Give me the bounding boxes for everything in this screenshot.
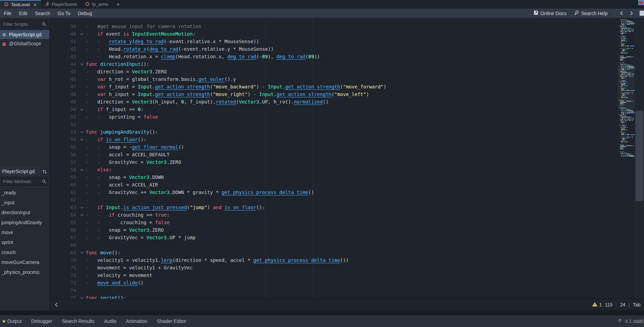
methods-panel-title[interactable]: PlayerScript.gd — [0, 167, 40, 176]
code-line[interactable]: 59»»snap = Vector3.DOWN — [50, 173, 644, 181]
code-view[interactable]: 39»#get mouse input for camera rotation4… — [50, 18, 644, 299]
tab-indent-marker: » — [86, 211, 97, 219]
sort-methods-button[interactable] — [40, 169, 49, 174]
method-item-directionInput[interactable]: directionInput — [0, 207, 49, 217]
code-line[interactable]: 64»»if crouching == true: — [50, 211, 644, 219]
script-item-PlayerScript.gd[interactable]: ⚙PlayerScript.gd — [0, 30, 49, 39]
code-line[interactable]: 63»if Input.is_action_just_pressed("jump… — [50, 204, 644, 211]
menu-debug[interactable]: Debug — [74, 11, 96, 16]
menu-search[interactable]: Search — [31, 11, 54, 16]
code-line[interactable]: 51»»sprinting = false — [50, 113, 644, 121]
history-back-button[interactable] — [618, 11, 625, 15]
fold-icon[interactable] — [78, 249, 86, 256]
code-line[interactable]: 46»var h_rot = global_transform.basis.ge… — [50, 75, 644, 83]
method-item-crouch[interactable]: crouch — [0, 247, 49, 257]
search-help-button[interactable]: Search Help — [571, 10, 610, 16]
history-forward-button[interactable] — [628, 11, 635, 15]
cursor-line[interactable]: 115 — [605, 302, 612, 307]
script-item-@GlobalScope[interactable]: ▦@GlobalScope — [0, 39, 49, 48]
code-line[interactable]: 60»»accel = ACCEL_AIR — [50, 181, 644, 189]
fold-icon[interactable] — [78, 128, 86, 136]
code-line[interactable]: 40»if event is InputEventMouseMotion: — [50, 30, 644, 38]
fold-gutter — [78, 241, 86, 249]
bottom-panel-search-results[interactable]: Search Results — [57, 318, 99, 324]
code-line[interactable]: 44func directionInput(): — [50, 60, 644, 68]
code-line[interactable]: 49»direction = Vector3(h_input, 0, f_inp… — [50, 98, 644, 106]
code-line[interactable]: 42»»Head.rotate_x(deg_to_rad(-event.rela… — [50, 45, 644, 53]
code-line[interactable]: 69func move(): — [50, 249, 644, 256]
bottom-panel-output[interactable]: Output — [2, 318, 26, 324]
code-line[interactable]: 71»movement = velocity1 + GravityVec — [50, 264, 644, 271]
code-line[interactable]: 39»#get mouse input for camera rotation — [50, 23, 644, 30]
tab-indent-marker: » — [86, 144, 97, 151]
tab-indent-marker: » — [86, 113, 97, 121]
fold-icon[interactable] — [78, 60, 86, 68]
fold-icon[interactable] — [78, 204, 86, 211]
code-line[interactable]: 57»»GravityVec = Vector3.ZERO — [50, 158, 644, 166]
close-icon[interactable]: × — [34, 2, 37, 7]
tab-indent-marker: » — [97, 46, 109, 53]
fold-icon[interactable] — [78, 166, 86, 173]
code-line[interactable]: 53func jumpingAndGravity(): — [50, 128, 644, 136]
fold-icon[interactable] — [78, 106, 86, 113]
scene-tab-fp_arms[interactable]: fp_arms — [81, 0, 112, 9]
menu-go-to[interactable]: Go To — [54, 11, 74, 16]
code-line[interactable]: 43»»Head.rotation.x = clamp(Head.rotatio… — [50, 53, 644, 60]
code-line[interactable]: 56»»accel = ACCEL_DEFAULT — [50, 151, 644, 158]
code-line[interactable]: 41»»rotate_y(deg_to_rad(-event.relative.… — [50, 38, 644, 45]
bottom-panel-audio[interactable]: Audio — [99, 318, 121, 324]
code-line[interactable]: 70»velocity1 = velocity1.lerp(direction … — [50, 256, 644, 264]
code-line[interactable]: 45»direction = Vector3.ZERO — [50, 68, 644, 75]
filter-scripts-input[interactable] — [2, 22, 42, 27]
notification-bell-icon[interactable] — [617, 318, 622, 324]
code-line[interactable]: 48»var h_input = Input.get_action_streng… — [50, 90, 644, 98]
method-item-sprint[interactable]: sprint — [0, 237, 49, 247]
code-line[interactable]: 55»»snap = -get_floor_normal() — [50, 143, 644, 151]
script-panel-icon[interactable] — [640, 11, 644, 16]
code-line[interactable]: 47»var f_input = Input.get_action_streng… — [50, 83, 644, 90]
fold-icon[interactable] — [78, 294, 86, 299]
menu-edit[interactable]: Edit — [15, 11, 31, 16]
online-docs-button[interactable]: Online Docs — [531, 10, 569, 16]
code-line[interactable]: 67»»GravityVec = Vector3.UP * jump — [50, 234, 644, 241]
menu-file[interactable]: File — [0, 11, 15, 16]
code-line[interactable]: 65»»»crouching = false — [50, 219, 644, 226]
scene-tabs: TestLevel×PlayerScenefp_arms — [0, 0, 112, 9]
scripts-sidebar: ⚙PlayerScript.gd▦@GlobalScope PlayerScri… — [0, 18, 50, 311]
code-line[interactable]: 62» — [50, 196, 644, 204]
method-item-moveGunCamera[interactable]: moveGunCamera — [0, 257, 49, 267]
method-item-jumpingAndGravity[interactable]: jumpingAndGravity — [0, 217, 49, 227]
code-line[interactable]: 73»move_and_slide() — [50, 279, 644, 287]
new-tab-button[interactable]: + — [112, 0, 124, 9]
code-line[interactable]: 74 — [50, 287, 644, 294]
scene-tab-TestLevel[interactable]: TestLevel× — [0, 0, 41, 9]
code-line[interactable]: 66»»snap = Vector3.ZERO — [50, 226, 644, 234]
code-line[interactable]: 72»velocity = movement — [50, 271, 644, 279]
warning-count-badge[interactable]: 1 — [592, 302, 602, 308]
indent-type[interactable]: Tab — [633, 302, 641, 307]
fold-icon[interactable] — [78, 136, 86, 143]
fold-gutter — [78, 68, 86, 75]
collapse-scripts-panel-button[interactable] — [50, 302, 63, 307]
line-number: 46 — [50, 75, 78, 83]
method-item-_ready[interactable]: _ready — [0, 187, 49, 197]
code-line[interactable]: 52 — [50, 121, 644, 128]
code-line[interactable]: 61»»GravityVec += Vector3.DOWN * gravity… — [50, 189, 644, 196]
code-line[interactable]: 54»if is_on_floor(): — [50, 136, 644, 143]
fold-icon[interactable] — [78, 30, 86, 38]
method-item-_physics_process[interactable]: _physics_process — [0, 267, 49, 277]
method-item-move[interactable]: move — [0, 227, 49, 237]
code-line[interactable]: 68 — [50, 241, 644, 249]
code-line[interactable]: 58»else: — [50, 166, 644, 173]
code-line[interactable]: 50»if f_input >= 0: — [50, 106, 644, 113]
bottom-panel-debugger[interactable]: Debugger — [26, 318, 57, 324]
scene-tab-PlayerScene[interactable]: PlayerScene — [41, 0, 81, 9]
line-number: 49 — [50, 98, 78, 106]
cursor-column[interactable]: 24 — [620, 302, 625, 307]
bottom-panel-shader-editor[interactable]: Shader Editor — [152, 318, 191, 324]
fold-icon[interactable] — [78, 211, 86, 219]
method-item-_input[interactable]: _input — [0, 197, 49, 207]
bottom-panel-animation[interactable]: Animation — [121, 318, 152, 324]
code-line[interactable]: 75func sprint(): — [50, 294, 644, 299]
filter-methods-input[interactable] — [2, 179, 42, 184]
